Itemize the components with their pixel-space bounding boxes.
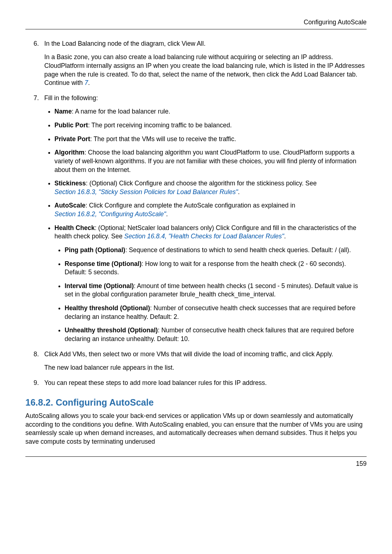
- page-number: 159: [25, 460, 367, 468]
- ordered-steps: In the Load Balancing node of the diagra…: [25, 40, 367, 387]
- label-interval-time: Interval time (Optional): [65, 282, 134, 290]
- step-8-lead: Click Add VMs, then select two or more V…: [44, 350, 333, 358]
- bullet-private-port: Private Port: The port that the VMs will…: [54, 135, 367, 144]
- step-9: You can repeat these steps to add more l…: [41, 379, 367, 387]
- bullet-public-port: Public Port: The port receiving incoming…: [54, 121, 367, 130]
- text-ping-path: : Sequence of destinations to which to s…: [125, 246, 351, 254]
- label-healthy-threshold: Healthy threshold (Optional): [65, 304, 150, 312]
- label-public-port: Public Port: [54, 122, 88, 129]
- label-private-port: Private Port: [54, 135, 90, 143]
- running-header: Configuring AutoScale: [25, 18, 367, 27]
- step-9-lead: You can repeat these steps to add more l…: [44, 379, 267, 386]
- link-sticky-session[interactable]: Section 16.8.3, "Sticky Session Policies…: [54, 188, 238, 196]
- bullet-name: Name: A name for the load balancer rule.: [54, 107, 367, 116]
- tail-health-check: .: [284, 233, 286, 240]
- bullet-autoscale: AutoScale: Click Configure and complete …: [54, 201, 367, 218]
- step-8-para: The new load balancer rule appears in th…: [44, 364, 367, 372]
- label-health-check: Health Check: [54, 224, 95, 231]
- text-algorithm: : Choose the load balancing algorithm yo…: [54, 149, 356, 173]
- label-ping-path: Ping path (Optional): [65, 246, 125, 254]
- label-name: Name: [54, 108, 72, 115]
- bullet-stickiness: Stickiness: (Optional) Click Configure a…: [54, 179, 367, 196]
- step-7-lead: Fill in the following:: [44, 94, 98, 102]
- label-stickiness: Stickiness: [54, 180, 86, 187]
- label-unhealthy-threshold: Unhealthy threshold (Optional): [65, 327, 158, 334]
- step-6: In the Load Balancing node of the diagra…: [41, 40, 367, 87]
- header-rule: [25, 29, 367, 29]
- step-6-para-text: In a Basic zone, you can also create a l…: [44, 53, 365, 86]
- step-8: Click Add VMs, then select two or more V…: [41, 350, 367, 372]
- link-health-check[interactable]: Section 16.8.4, "Health Checks for Load …: [124, 233, 284, 240]
- link-step-7[interactable]: 7: [85, 79, 88, 86]
- tail-autoscale: .: [166, 210, 168, 218]
- sub-response-time: Response time (Optional): How long to wa…: [65, 260, 367, 277]
- sub-interval-time: Interval time (Optional): Amount of time…: [65, 282, 367, 299]
- tail-stickiness: .: [238, 188, 240, 196]
- sub-healthy-threshold: Healthy threshold (Optional): Number of …: [65, 304, 367, 321]
- bullet-health-check: Health Check: (Optional; NetScaler load …: [54, 224, 367, 344]
- step-7-bullets: Name: A name for the load balancer rule.…: [44, 107, 367, 343]
- text-private-port: : The port that the VMs will use to rece…: [90, 135, 236, 143]
- sub-unhealthy-threshold: Unhealthy threshold (Optional): Number o…: [65, 326, 367, 343]
- link-autoscale[interactable]: Section 16.8.2, "Configuring AutoScale": [54, 210, 166, 218]
- text-public-port: : The port receiving incoming traffic to…: [88, 122, 232, 129]
- step-6-lead: In the Load Balancing node of the diagra…: [44, 40, 205, 47]
- health-sub-bullets: Ping path (Optional): Sequence of destin…: [54, 246, 367, 344]
- section-heading: 16.8.2. Configuring AutoScale: [25, 397, 367, 409]
- step-7: Fill in the following: Name: A name for …: [41, 94, 367, 344]
- footer-rule: [25, 456, 367, 457]
- text-autoscale: : Click Configure and complete the AutoS…: [86, 202, 295, 209]
- page: Configuring AutoScale In the Load Balanc…: [0, 0, 392, 554]
- label-response-time: Response time (Optional): [65, 260, 142, 267]
- section-body: AutoScaling allows you to scale your bac…: [25, 412, 367, 446]
- label-autoscale: AutoScale: [54, 202, 86, 209]
- step-6-period: .: [88, 79, 90, 86]
- bullet-algorithm: Algorithm: Choose the load balancing alg…: [54, 148, 367, 174]
- label-algorithm: Algorithm: [54, 149, 85, 156]
- step-6-para: In a Basic zone, you can also create a l…: [44, 53, 367, 87]
- text-stickiness: : (Optional) Click Configure and choose …: [86, 180, 317, 187]
- sub-ping-path: Ping path (Optional): Sequence of destin…: [65, 246, 367, 255]
- text-name: : A name for the load balancer rule.: [72, 108, 170, 115]
